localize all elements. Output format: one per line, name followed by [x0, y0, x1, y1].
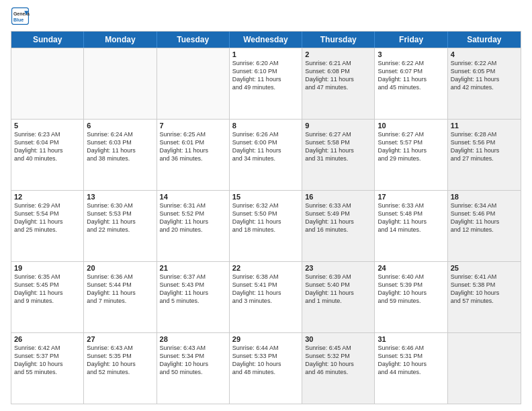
day-number: 17 — [378, 193, 444, 201]
cell-info: Sunrise: 6:35 AM Sunset: 5:45 PM Dayligh… — [14, 273, 81, 306]
day-number: 7 — [160, 122, 226, 130]
calendar-cell: 5Sunrise: 6:23 AM Sunset: 6:04 PM Daylig… — [11, 120, 84, 190]
calendar-cell: 29Sunrise: 6:44 AM Sunset: 5:33 PM Dayli… — [230, 333, 302, 404]
cell-info: Sunrise: 6:27 AM Sunset: 5:58 PM Dayligh… — [305, 130, 371, 163]
cell-info: Sunrise: 6:33 AM Sunset: 5:49 PM Dayligh… — [305, 201, 371, 234]
day-number: 1 — [232, 50, 299, 58]
cell-info: Sunrise: 6:26 AM Sunset: 6:00 PM Dayligh… — [232, 130, 299, 163]
day-number: 5 — [14, 122, 81, 130]
day-number: 6 — [87, 122, 153, 130]
calendar: SundayMondayTuesdayWednesdayThursdayFrid… — [11, 31, 521, 404]
calendar-cell: 10Sunrise: 6:27 AM Sunset: 5:57 PM Dayli… — [375, 120, 447, 190]
logo-icon: General Blue — [11, 7, 30, 26]
cell-info: Sunrise: 6:23 AM Sunset: 6:04 PM Dayligh… — [14, 130, 81, 163]
svg-text:Blue: Blue — [13, 17, 24, 22]
day-number: 28 — [160, 335, 226, 343]
calendar-cell: 18Sunrise: 6:34 AM Sunset: 5:46 PM Dayli… — [448, 191, 521, 261]
day-number: 8 — [232, 122, 299, 130]
calendar-cell: 22Sunrise: 6:38 AM Sunset: 5:41 PM Dayli… — [230, 262, 302, 332]
cell-info: Sunrise: 6:39 AM Sunset: 5:40 PM Dayligh… — [305, 273, 371, 306]
calendar-cell: 24Sunrise: 6:40 AM Sunset: 5:39 PM Dayli… — [375, 262, 447, 332]
calendar-row: 26Sunrise: 6:42 AM Sunset: 5:37 PM Dayli… — [11, 332, 521, 404]
calendar-cell: 23Sunrise: 6:39 AM Sunset: 5:40 PM Dayli… — [302, 262, 375, 332]
calendar-cell: 21Sunrise: 6:37 AM Sunset: 5:43 PM Dayli… — [157, 262, 230, 332]
calendar-cell: 14Sunrise: 6:31 AM Sunset: 5:52 PM Dayli… — [157, 191, 230, 261]
calendar-row: 19Sunrise: 6:35 AM Sunset: 5:45 PM Dayli… — [11, 261, 521, 332]
calendar-cell — [84, 48, 157, 119]
header-day: Saturday — [448, 32, 521, 48]
cell-info: Sunrise: 6:43 AM Sunset: 5:34 PM Dayligh… — [160, 344, 226, 377]
calendar-cell: 28Sunrise: 6:43 AM Sunset: 5:34 PM Dayli… — [157, 333, 230, 404]
page: General Blue SundayMondayTuesdayWednesda… — [0, 0, 532, 411]
cell-info: Sunrise: 6:25 AM Sunset: 6:01 PM Dayligh… — [160, 130, 226, 163]
calendar-cell: 16Sunrise: 6:33 AM Sunset: 5:49 PM Dayli… — [302, 191, 375, 261]
day-number: 11 — [451, 122, 518, 130]
calendar-cell — [11, 48, 84, 119]
cell-info: Sunrise: 6:29 AM Sunset: 5:54 PM Dayligh… — [14, 201, 81, 234]
day-number: 19 — [14, 264, 81, 272]
cell-info: Sunrise: 6:33 AM Sunset: 5:48 PM Dayligh… — [378, 201, 444, 234]
header-day: Monday — [84, 32, 157, 48]
day-number: 26 — [14, 335, 81, 343]
cell-info: Sunrise: 6:30 AM Sunset: 5:53 PM Dayligh… — [87, 201, 153, 234]
day-number: 25 — [451, 264, 518, 272]
calendar-row: 12Sunrise: 6:29 AM Sunset: 5:54 PM Dayli… — [11, 190, 521, 261]
calendar-cell: 2Sunrise: 6:21 AM Sunset: 6:08 PM Daylig… — [302, 48, 375, 119]
cell-info: Sunrise: 6:46 AM Sunset: 5:31 PM Dayligh… — [378, 344, 444, 377]
cell-info: Sunrise: 6:43 AM Sunset: 5:35 PM Dayligh… — [87, 344, 153, 377]
calendar-row: 1Sunrise: 6:20 AM Sunset: 6:10 PM Daylig… — [11, 48, 521, 119]
calendar-cell: 13Sunrise: 6:30 AM Sunset: 5:53 PM Dayli… — [84, 191, 157, 261]
calendar-cell: 8Sunrise: 6:26 AM Sunset: 6:00 PM Daylig… — [230, 120, 302, 190]
day-number: 4 — [451, 50, 518, 58]
day-number: 10 — [378, 122, 444, 130]
header: General Blue — [11, 7, 521, 26]
cell-info: Sunrise: 6:20 AM Sunset: 6:10 PM Dayligh… — [232, 59, 299, 92]
calendar-row: 5Sunrise: 6:23 AM Sunset: 6:04 PM Daylig… — [11, 119, 521, 190]
calendar-cell — [157, 48, 230, 119]
day-number: 31 — [378, 335, 444, 343]
calendar-cell: 6Sunrise: 6:24 AM Sunset: 6:03 PM Daylig… — [84, 120, 157, 190]
day-number: 22 — [232, 264, 299, 272]
day-number: 3 — [378, 50, 444, 58]
calendar-header: SundayMondayTuesdayWednesdayThursdayFrid… — [11, 32, 521, 48]
cell-info: Sunrise: 6:44 AM Sunset: 5:33 PM Dayligh… — [232, 344, 299, 377]
day-number: 21 — [160, 264, 226, 272]
calendar-cell: 30Sunrise: 6:45 AM Sunset: 5:32 PM Dayli… — [302, 333, 375, 404]
logo: General Blue — [11, 7, 30, 26]
header-day: Friday — [375, 32, 447, 48]
calendar-cell: 19Sunrise: 6:35 AM Sunset: 5:45 PM Dayli… — [11, 262, 84, 332]
calendar-cell: 3Sunrise: 6:22 AM Sunset: 6:07 PM Daylig… — [375, 48, 447, 119]
calendar-body: 1Sunrise: 6:20 AM Sunset: 6:10 PM Daylig… — [11, 48, 521, 404]
day-number: 15 — [232, 193, 299, 201]
cell-info: Sunrise: 6:42 AM Sunset: 5:37 PM Dayligh… — [14, 344, 81, 377]
calendar-cell: 7Sunrise: 6:25 AM Sunset: 6:01 PM Daylig… — [157, 120, 230, 190]
cell-info: Sunrise: 6:22 AM Sunset: 6:07 PM Dayligh… — [378, 59, 444, 92]
header-day: Wednesday — [230, 32, 302, 48]
header-day: Thursday — [302, 32, 375, 48]
day-number: 30 — [305, 335, 371, 343]
day-number: 18 — [451, 193, 518, 201]
day-number: 24 — [378, 264, 444, 272]
calendar-cell: 9Sunrise: 6:27 AM Sunset: 5:58 PM Daylig… — [302, 120, 375, 190]
cell-info: Sunrise: 6:31 AM Sunset: 5:52 PM Dayligh… — [160, 201, 226, 234]
calendar-cell: 27Sunrise: 6:43 AM Sunset: 5:35 PM Dayli… — [84, 333, 157, 404]
day-number: 12 — [14, 193, 81, 201]
day-number: 9 — [305, 122, 371, 130]
cell-info: Sunrise: 6:41 AM Sunset: 5:38 PM Dayligh… — [451, 273, 518, 306]
day-number: 23 — [305, 264, 371, 272]
calendar-cell: 25Sunrise: 6:41 AM Sunset: 5:38 PM Dayli… — [448, 262, 521, 332]
calendar-cell: 4Sunrise: 6:22 AM Sunset: 6:05 PM Daylig… — [448, 48, 521, 119]
day-number: 20 — [87, 264, 153, 272]
cell-info: Sunrise: 6:21 AM Sunset: 6:08 PM Dayligh… — [305, 59, 371, 92]
cell-info: Sunrise: 6:32 AM Sunset: 5:50 PM Dayligh… — [232, 201, 299, 234]
cell-info: Sunrise: 6:34 AM Sunset: 5:46 PM Dayligh… — [451, 201, 518, 234]
calendar-cell — [448, 333, 521, 404]
day-number: 2 — [305, 50, 371, 58]
cell-info: Sunrise: 6:22 AM Sunset: 6:05 PM Dayligh… — [451, 59, 518, 92]
calendar-cell: 20Sunrise: 6:36 AM Sunset: 5:44 PM Dayli… — [84, 262, 157, 332]
day-number: 13 — [87, 193, 153, 201]
cell-info: Sunrise: 6:38 AM Sunset: 5:41 PM Dayligh… — [232, 273, 299, 306]
calendar-cell: 26Sunrise: 6:42 AM Sunset: 5:37 PM Dayli… — [11, 333, 84, 404]
cell-info: Sunrise: 6:27 AM Sunset: 5:57 PM Dayligh… — [378, 130, 444, 163]
header-day: Tuesday — [157, 32, 230, 48]
